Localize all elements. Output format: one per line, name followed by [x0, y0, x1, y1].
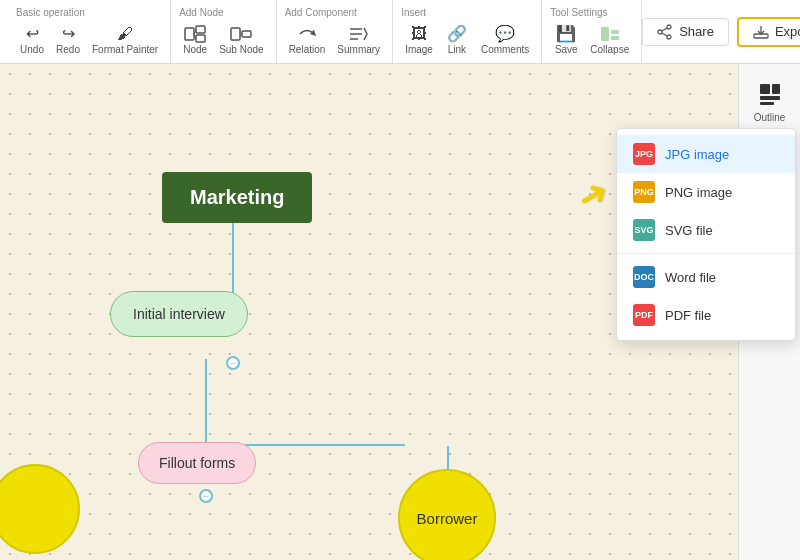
node-borrower[interactable]: Borrower [398, 469, 496, 560]
redo-icon: ↪ [56, 24, 80, 44]
png-icon: PNG [633, 181, 655, 203]
insert-group: Insert 🖼 Image 🔗 Link 💬 Comments [393, 0, 542, 63]
undo-icon: ↩ [20, 24, 44, 44]
svg-rect-13 [611, 36, 619, 40]
image-label: Image [405, 44, 433, 55]
collapse-icon [598, 24, 622, 44]
comments-label: Comments [481, 44, 529, 55]
summary-icon [347, 24, 371, 44]
svg-rect-24 [760, 102, 774, 105]
node-initial-interview[interactable]: Initial interview [110, 291, 248, 337]
node-fillout-forms[interactable]: Fillout forms [138, 442, 256, 484]
image-icon: 🖼 [407, 24, 431, 44]
svg-point-16 [658, 30, 662, 34]
relation-button[interactable]: Relation [285, 22, 330, 57]
undo-button[interactable]: ↩ Undo [16, 22, 48, 57]
save-button[interactable]: 💾 Save [550, 22, 582, 57]
node-button[interactable]: Node [179, 22, 211, 57]
sub-node-button[interactable]: Sub Node [215, 22, 267, 57]
toolbar: Basic operation ↩ Undo ↪ Redo 🖌 Format P… [0, 0, 800, 64]
collapse-circle-1[interactable]: − [226, 356, 240, 370]
export-jpg-label: JPG image [665, 147, 729, 162]
svg-icon: SVG [633, 219, 655, 241]
format-painter-button[interactable]: 🖌 Format Painter [88, 22, 162, 57]
svg-rect-23 [760, 96, 780, 100]
svg-rect-21 [760, 84, 770, 94]
jpg-icon: JPG [633, 143, 655, 165]
node-label: Node [183, 44, 207, 55]
add-node-label: Add Node [179, 7, 223, 18]
svg-rect-5 [231, 28, 240, 40]
svg-line-18 [662, 33, 667, 36]
export-label: Export [775, 24, 800, 39]
save-label: Save [555, 44, 578, 55]
canvas: − − − Marketing Initial interview Fillou… [0, 64, 800, 560]
toolbar-right: Share Export [642, 17, 800, 47]
export-pdf-item[interactable]: PDF PDF file [617, 296, 795, 334]
export-svg-item[interactable]: SVG SVG file [617, 211, 795, 249]
share-label: Share [679, 24, 714, 39]
doc-icon: DOC [633, 266, 655, 288]
share-button[interactable]: Share [642, 18, 729, 46]
add-component-label: Add Component [285, 7, 357, 18]
undo-label: Undo [20, 44, 44, 55]
basic-operation-group: Basic operation ↩ Undo ↪ Redo 🖌 Format P… [8, 0, 171, 63]
outline-icon [756, 80, 784, 108]
connector-interview-to-forms [205, 359, 207, 445]
add-node-group: Add Node Node Sub Node [171, 0, 276, 63]
relation-label: Relation [289, 44, 326, 55]
collapse-label: Collapse [590, 44, 629, 55]
share-icon [657, 24, 673, 40]
link-label: Link [448, 44, 466, 55]
svg-rect-12 [611, 30, 619, 34]
dropdown-separator [617, 253, 795, 254]
collapse-button[interactable]: Collapse [586, 22, 633, 57]
sidebar-item-outline[interactable]: Outline [750, 76, 790, 127]
export-word-label: Word file [665, 270, 716, 285]
svg-rect-0 [185, 28, 194, 40]
redo-button[interactable]: ↪ Redo [52, 22, 84, 57]
export-icon [753, 24, 769, 40]
svg-rect-2 [196, 35, 205, 42]
svg-point-14 [667, 25, 671, 29]
sub-node-label: Sub Node [219, 44, 263, 55]
export-png-label: PNG image [665, 185, 732, 200]
export-png-item[interactable]: PNG PNG image [617, 173, 795, 211]
export-pdf-label: PDF file [665, 308, 711, 323]
export-word-item[interactable]: DOC Word file [617, 258, 795, 296]
format-painter-label: Format Painter [92, 44, 158, 55]
node-yellow-left [0, 464, 80, 554]
export-button[interactable]: Export [737, 17, 800, 47]
link-icon: 🔗 [445, 24, 469, 44]
tool-settings-label: Tool Settings [550, 7, 607, 18]
insert-label: Insert [401, 7, 426, 18]
svg-rect-11 [601, 27, 609, 41]
connector-marketing-to-interview [232, 212, 234, 294]
node-icon [183, 24, 207, 44]
sub-node-icon [229, 24, 253, 44]
redo-label: Redo [56, 44, 80, 55]
pdf-icon: PDF [633, 304, 655, 326]
svg-rect-1 [196, 26, 205, 33]
add-component-group: Add Component Relation Summary [277, 0, 394, 63]
export-svg-label: SVG file [665, 223, 713, 238]
export-dropdown: JPG JPG image PNG PNG image SVG SVG file… [616, 128, 796, 341]
comments-button[interactable]: 💬 Comments [477, 22, 533, 57]
outline-label: Outline [754, 112, 786, 123]
link-button[interactable]: 🔗 Link [441, 22, 473, 57]
format-painter-icon: 🖌 [113, 24, 137, 44]
tool-settings-group: Tool Settings 💾 Save Collapse [542, 0, 642, 63]
basic-operation-label: Basic operation [16, 7, 85, 18]
image-button[interactable]: 🖼 Image [401, 22, 437, 57]
svg-rect-22 [772, 84, 780, 94]
collapse-circle-2[interactable]: − [199, 489, 213, 503]
svg-point-15 [667, 35, 671, 39]
summary-button[interactable]: Summary [333, 22, 384, 57]
relation-icon [295, 24, 319, 44]
comments-icon: 💬 [493, 24, 517, 44]
svg-rect-6 [242, 31, 251, 37]
summary-label: Summary [337, 44, 380, 55]
export-jpg-item[interactable]: JPG JPG image [617, 135, 795, 173]
node-marketing[interactable]: Marketing [162, 172, 312, 223]
save-icon: 💾 [554, 24, 578, 44]
